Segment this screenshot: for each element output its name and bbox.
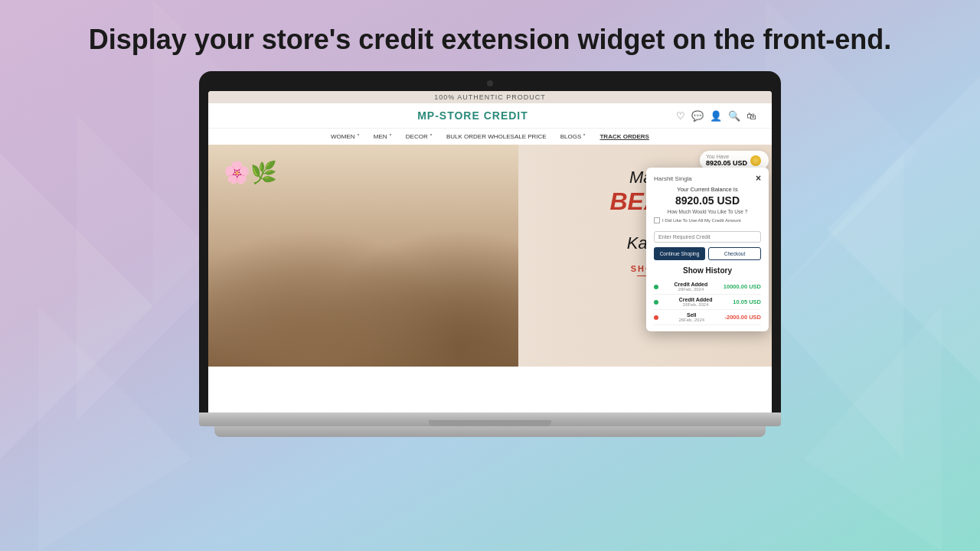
- history-date-2: 26Feb, 2024: [662, 302, 730, 307]
- credit-modal: Harshit Singla × Your Current Balance Is…: [646, 168, 769, 331]
- wishlist-icon[interactable]: ♡: [676, 110, 685, 122]
- credit-badge-label: You Have: [706, 154, 747, 159]
- account-icon[interactable]: 👤: [710, 110, 722, 122]
- nav-bulk[interactable]: BULK ORDER WHOLESALE PRICE: [446, 133, 547, 140]
- hero-figures: 🌸🌿: [208, 145, 518, 367]
- history-info-3: Sell 26Feb, 2024: [662, 312, 721, 322]
- use-all-credit-checkbox[interactable]: [654, 217, 660, 223]
- credit-coin-icon: [750, 155, 761, 166]
- history-amount-3: -2000.00 USD: [724, 314, 761, 321]
- store-header: MP-STORE CREDIT ♡ 💬 👤 🔍 🛍: [208, 103, 772, 128]
- whatsapp-icon[interactable]: 💬: [691, 110, 704, 122]
- history-item-3: Sell 26Feb, 2024 -2000.00 USD: [654, 310, 761, 325]
- modal-checkbox-row: I Did Like To Use All My Credit Amount: [654, 217, 761, 223]
- laptop-screen: 100% AUTHENTIC PRODUCT MP-STORE CREDIT ♡…: [208, 91, 772, 412]
- history-action-3: Sell: [662, 312, 721, 318]
- history-info-1: Credit Added 26Feb, 2024: [662, 282, 720, 292]
- history-amount-1: 10000.00 USD: [724, 283, 761, 290]
- modal-username: Harshit Singla: [654, 175, 692, 182]
- continue-shopping-button[interactable]: Continue Shoping: [654, 247, 705, 260]
- modal-body: Your Current Balance Is 8920.05 USD How …: [646, 186, 769, 331]
- history-item-1: Credit Added 26Feb, 2024 10000.00 USD: [654, 279, 761, 295]
- history-action-1: Credit Added: [662, 282, 720, 287]
- laptop-camera: [487, 80, 493, 86]
- laptop-foot: [214, 426, 766, 437]
- credit-badge-amount: 8920.05 USD: [706, 159, 747, 167]
- history-dot-3: [654, 315, 658, 320]
- checkbox-label: I Did Like To Use All My Credit Amount: [662, 218, 741, 223]
- hero-flowers: 🌸🌿: [224, 160, 277, 185]
- history-dot-2: [654, 300, 658, 305]
- page-title: Display your store's credit extension wi…: [0, 23, 980, 56]
- history-item-2: Credit Added 26Feb, 2024 10.05 USD: [654, 295, 761, 310]
- store-icons: ♡ 💬 👤 🔍 🛍: [676, 110, 756, 122]
- store-hero: 🌸🌿 Majestic BEAUTY Of Kashmir! SHOP NOW: [208, 145, 772, 367]
- store-logo: MP-STORE CREDIT: [270, 109, 676, 122]
- store-topbar: 100% AUTHENTIC PRODUCT: [208, 91, 772, 103]
- search-icon[interactable]: 🔍: [728, 110, 740, 122]
- history-date-3: 26Feb, 2024: [662, 318, 721, 322]
- topbar-text: 100% AUTHENTIC PRODUCT: [434, 93, 546, 101]
- modal-balance-amount: 8920.05 USD: [654, 194, 761, 207]
- modal-balance-label: Your Current Balance Is: [654, 186, 761, 193]
- laptop-bezel: 100% AUTHENTIC PRODUCT MP-STORE CREDIT ♡…: [199, 71, 781, 412]
- checkout-button[interactable]: Checkout: [708, 247, 761, 260]
- store-nav: WOMEN ˅ MEN ˅ DECOR ˅ BULK ORDER WHOLESA…: [208, 128, 772, 145]
- modal-close-button[interactable]: ×: [756, 174, 761, 183]
- history-date-1: 26Feb, 2024: [662, 287, 720, 292]
- nav-blogs[interactable]: BLOGS ˅: [560, 133, 586, 140]
- history-amount-2: 10.05 USD: [733, 298, 761, 305]
- nav-women[interactable]: WOMEN ˅: [331, 133, 360, 140]
- credit-amount-input[interactable]: [654, 231, 761, 243]
- modal-header: Harshit Singla ×: [646, 168, 769, 186]
- laptop-wrapper: 100% AUTHENTIC PRODUCT MP-STORE CREDIT ♡…: [0, 71, 980, 437]
- nav-track-orders[interactable]: TRACK ORDERS: [599, 133, 648, 140]
- page-header: Display your store's credit extension wi…: [0, 0, 980, 71]
- history-dot-1: [654, 285, 658, 289]
- nav-men[interactable]: MEN ˅: [374, 133, 392, 140]
- history-info-2: Credit Added 26Feb, 2024: [662, 297, 730, 307]
- modal-buttons: Continue Shoping Checkout: [654, 247, 761, 260]
- cart-icon[interactable]: 🛍: [746, 110, 756, 122]
- history-action-2: Credit Added: [662, 297, 730, 302]
- modal-how-much-label: How Much Would You Like To Use ?: [654, 208, 761, 215]
- laptop-base: [199, 412, 781, 426]
- nav-decor[interactable]: DECOR ˅: [406, 133, 433, 140]
- laptop: 100% AUTHENTIC PRODUCT MP-STORE CREDIT ♡…: [199, 71, 781, 437]
- show-history-title[interactable]: Show History: [654, 266, 761, 275]
